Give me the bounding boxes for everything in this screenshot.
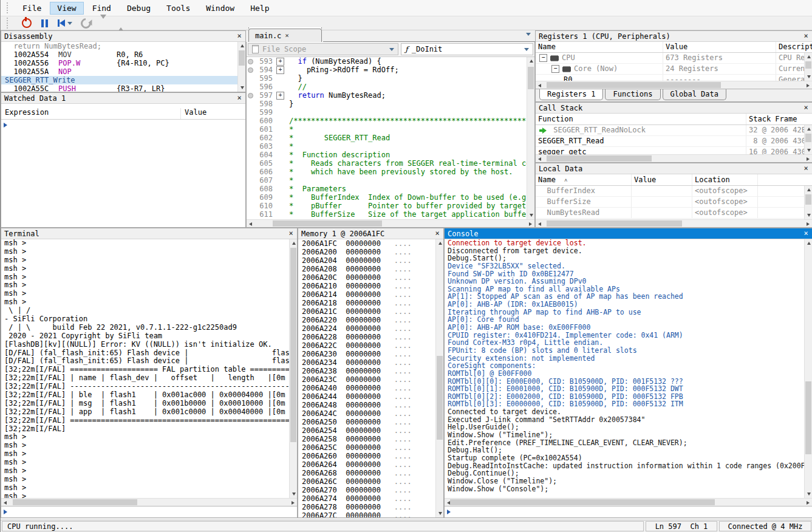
memory-row[interactable]: 2006A25C 00000000 .... [298,443,435,452]
editor-line[interactable]: 599 [247,108,527,117]
reset-button[interactable] [56,18,74,29]
tab-registers-1[interactable]: Registers 1 [539,89,603,100]
memory-row[interactable]: 2006A26C 00000000 .... [298,477,435,486]
memory-row[interactable]: 2006A254 00000000 .... [298,426,435,435]
menu-view[interactable]: View [50,2,83,15]
console-title-bar[interactable]: Console × [445,228,812,239]
disassembly-line[interactable]: 1002A55ANOP [1,67,237,76]
memory-row[interactable]: 2006A240 00000000 .... [298,384,435,392]
editor-line[interactable]: 607* [247,176,527,185]
breakpoint-dot[interactable] [248,93,253,98]
call-stack-row[interactable]: SEGGER_RTT_Read 8 @ 2006 4300 [536,136,804,147]
tab-list-dropdown[interactable] [522,27,535,42]
memory-row[interactable]: 2006A27C 00000000 .... [298,511,435,517]
watched-data-new-row[interactable] [1,120,245,130]
close-tab-icon[interactable]: × [285,32,289,39]
editor-line[interactable]: 606* which have been previously stored b… [247,168,527,176]
terminal-title-bar[interactable]: Terminal × [1,228,297,239]
close-icon[interactable]: × [235,32,244,41]
menu-file[interactable]: File [15,2,49,15]
memory-row[interactable]: 2006A208 00000000 .... [298,265,435,273]
close-icon[interactable]: × [287,229,295,238]
memory-row[interactable]: 2006A230 00000000 .... [298,350,435,358]
editor-vscrollbar[interactable] [527,57,534,219]
close-icon[interactable]: × [802,103,810,112]
download-button[interactable] [97,18,109,29]
watched-data-title-bar[interactable]: Watched Data 1 × [1,93,245,104]
memory-row[interactable]: 2006A268 00000000 .... [298,469,435,477]
menu-help[interactable]: Help [243,2,276,15]
memory-vscrollbar[interactable] [435,239,443,517]
column-header-expression[interactable]: Expression [1,108,181,119]
memory-row[interactable]: 2006A210 00000000 .... [298,282,435,290]
memory-row[interactable]: 2006A258 00000000 .... [298,435,435,443]
registers-vscrollbar[interactable] [804,53,812,81]
disassembly-line[interactable]: 1002A556POP.W{R4-R10, PC} [1,59,237,67]
memory-row[interactable]: 2006A264 00000000 .... [298,460,435,469]
memory-row[interactable]: 2006A260 00000000 .... [298,452,435,460]
local-data-vscrollbar[interactable] [804,186,812,219]
tab-functions[interactable]: Functions [605,89,660,100]
file-scope-dropdown[interactable]: File Scope [248,43,398,55]
editor-line[interactable]: 597+ return NumBytesRead; [247,91,527,100]
close-icon[interactable]: × [235,94,244,103]
editor-hscrollbar[interactable] [247,219,534,227]
registers-hscrollbar[interactable] [536,81,812,89]
column-header-extra[interactable] [758,174,812,185]
column-header-value[interactable]: Value [632,174,692,185]
editor-line[interactable]: 595 } [247,74,527,83]
upload-button[interactable] [115,18,127,29]
editor-line[interactable]: 596 // [247,83,527,91]
power-button[interactable] [21,18,33,29]
reset-options-dropdown-icon[interactable] [67,22,72,25]
memory-row[interactable]: 2006A244 00000000 .... [298,392,435,401]
disassembly-line[interactable]: return NumBytesRead; [1,42,237,50]
menu-debug[interactable]: Debug [120,2,158,15]
memory-row[interactable]: 2006A23C 00000000 .... [298,375,435,384]
editor-line[interactable]: 605* Reads characters from SEGGER real-t… [247,159,527,168]
memory-row[interactable]: 2006A270 00000000 .... [298,486,435,494]
editor-line[interactable]: 608* Parameters [247,185,527,193]
column-header-value[interactable]: Value [181,108,245,119]
terminal-input-row[interactable] [1,506,297,517]
terminal-vscrollbar[interactable] [289,239,297,498]
editor-line[interactable]: 601* [247,125,527,134]
memory-row[interactable]: 2006A224 00000000 .... [298,324,435,333]
local-data-hscrollbar[interactable] [536,219,812,227]
fold-expand-icon[interactable]: + [276,58,284,66]
editor-line[interactable]: 611* BufferSize Size of the target appli… [247,210,527,219]
memory-row[interactable]: 2006A250 00000000 .... [298,418,435,426]
local-data-row[interactable]: BufferIndex<outofscope> [536,186,804,197]
disassembly-line[interactable]: 1002A554MOVR0, R6 [1,50,237,59]
call-stack-title-bar[interactable]: Call Stack × [536,103,812,114]
close-icon[interactable]: × [802,164,810,173]
registers-title-bar[interactable]: Registers 1 (CPU, Peripherals) × [536,31,812,42]
menu-tools[interactable]: Tools [159,2,197,15]
local-data-title-bar[interactable]: Local Data × [536,163,812,174]
tab-global-data[interactable]: Global Data [663,89,726,100]
memory-row[interactable]: 2006A228 00000000 .... [298,333,435,341]
column-header-value[interactable]: Value [663,42,776,52]
memory-row[interactable]: 2006A20C 00000000 .... [298,273,435,282]
memory-row[interactable]: 2006A204 00000000 .... [298,256,435,265]
memory-row[interactable]: 2006A274 00000000 .... [298,494,435,503]
register-row[interactable]: −Core (Now)24 RegistersCurrent [536,64,804,75]
local-data-row[interactable]: BufferSize<outofscope> [536,197,804,208]
editor-line[interactable]: 598} [247,100,527,108]
fold-expand-icon[interactable]: + [276,92,284,100]
close-icon[interactable]: × [802,229,810,238]
console-input-row[interactable] [445,506,812,517]
memory-row[interactable]: 2006A200 00000000 .... [298,248,435,256]
memory-row[interactable]: 2006A21C 00000000 .... [298,307,435,316]
memory-row[interactable]: 2006A24C 00000000 .... [298,409,435,418]
console-vscrollbar[interactable] [804,239,812,498]
console-hscrollbar[interactable] [445,498,812,506]
breakpoint-dot[interactable] [248,67,253,73]
memory-row[interactable]: 2006A278 00000000 .... [298,503,435,511]
terminal-hscrollbar[interactable] [1,498,297,506]
editor-line[interactable]: 609* BufferIndex Index of Down-buffer to… [247,193,527,202]
editor-line[interactable]: 600/************************************… [247,117,527,125]
editor-line[interactable]: 604* Function description [247,151,527,159]
column-header-name[interactable]: Name˄ [536,174,632,185]
call-stack-vscrollbar[interactable] [804,125,812,154]
